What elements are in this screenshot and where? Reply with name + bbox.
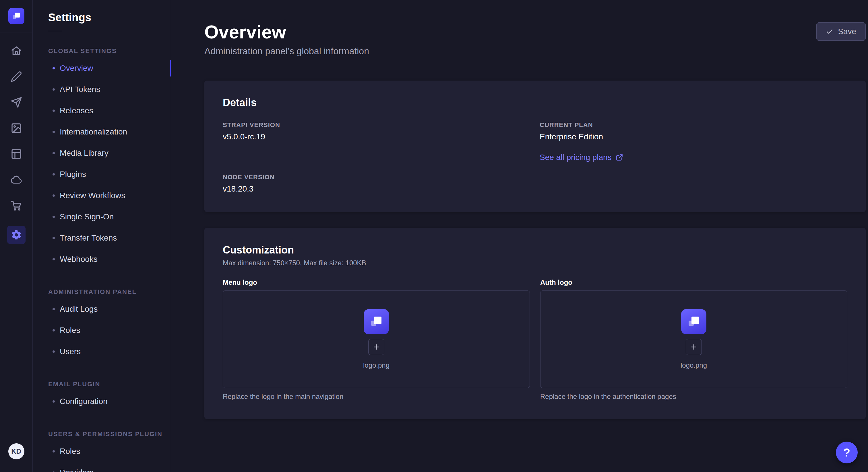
auth-logo-helper: Replace the logo in the authentication p… — [540, 393, 847, 401]
media-library-icon — [11, 123, 22, 134]
menu-logo-helper: Replace the logo in the main navigation — [223, 393, 530, 401]
settings-gear-icon — [11, 229, 22, 241]
subnav-title-divider — [48, 31, 62, 31]
page-header: Overview Administration panel’s global i… — [205, 19, 866, 57]
node-version-field: NODE VERSION v18.20.3 — [223, 173, 530, 194]
user-avatar[interactable]: KD — [8, 443, 24, 460]
strapi-logo-icon — [12, 11, 21, 21]
settings-nav-item-transfer-tokens[interactable]: Transfer Tokens — [33, 227, 171, 248]
check-icon — [826, 28, 833, 35]
bullet-icon — [53, 308, 55, 310]
settings-nav-item-admin-users[interactable]: Users — [33, 341, 171, 362]
strapi-version-value: v5.0.0-rc.19 — [223, 132, 530, 141]
app-logo-button[interactable] — [8, 8, 24, 24]
current-plan-value: Enterprise Edition — [539, 132, 847, 141]
bullet-icon — [53, 194, 55, 197]
bullet-icon — [53, 131, 55, 133]
plus-icon — [690, 343, 698, 351]
settings-nav-item-webhooks[interactable]: Webhooks — [33, 248, 171, 270]
bullet-icon — [53, 350, 55, 353]
subnav-title: Settings — [48, 11, 171, 24]
current-plan-field: CURRENT PLAN Enterprise Edition — [539, 121, 847, 141]
plus-icon — [372, 343, 380, 351]
customization-card-title: Customization — [223, 244, 847, 256]
question-mark-icon: ? — [843, 446, 850, 459]
bullet-icon — [53, 237, 55, 239]
settings-nav-item-email-configuration[interactable]: Configuration — [33, 391, 171, 412]
auth-logo-section: Auth logo logo.png Replace the logo in t… — [540, 278, 847, 401]
cloud-icon — [11, 174, 22, 186]
rail-item-media-library[interactable] — [11, 123, 22, 134]
settings-nav-item-admin-roles[interactable]: Roles — [33, 320, 171, 341]
strapi-version-label: STRAPI VERSION — [223, 121, 530, 129]
home-icon — [11, 45, 22, 57]
menu-logo-label: Menu logo — [223, 278, 530, 286]
main-content: Overview Administration panel’s global i… — [171, 0, 868, 472]
bullet-icon — [53, 88, 55, 91]
node-version-label: NODE VERSION — [223, 173, 530, 181]
bullet-icon — [53, 258, 55, 260]
pricing-plans-link[interactable]: See all pricing plans — [539, 153, 623, 162]
strapi-logo-icon — [369, 315, 383, 329]
settings-nav-item-review-workflows[interactable]: Review Workflows — [33, 185, 171, 206]
content-type-builder-layout-icon — [11, 148, 22, 160]
menu-logo-preview — [364, 309, 389, 334]
bullet-icon — [53, 216, 55, 218]
releases-paper-plane-icon — [11, 97, 22, 108]
bullet-icon — [53, 400, 55, 403]
customization-card-subtitle: Max dimension: 750×750, Max file size: 1… — [223, 259, 847, 267]
current-plan-label: CURRENT PLAN — [539, 121, 847, 129]
settings-nav-item-plugins[interactable]: Plugins — [33, 164, 171, 185]
rail-item-home[interactable] — [11, 45, 22, 57]
bullet-icon — [53, 109, 55, 112]
rail-divider — [0, 32, 33, 32]
content-manager-pen-icon — [11, 71, 22, 82]
strapi-logo-icon — [687, 315, 701, 329]
bullet-icon — [53, 152, 55, 154]
bullet-icon — [53, 450, 55, 452]
rail-item-settings[interactable] — [7, 226, 26, 244]
menu-logo-add-button[interactable] — [368, 339, 384, 355]
rail-item-content-manager[interactable] — [11, 71, 22, 82]
icon-rail: KD — [0, 0, 33, 472]
section-label-email-plugin: EMAIL PLUGIN — [48, 380, 171, 388]
section-label-global-settings: GLOBAL SETTINGS — [48, 47, 171, 55]
save-button[interactable]: Save — [816, 22, 866, 41]
page-title: Overview — [205, 22, 369, 43]
menu-logo-section: Menu logo logo.png Replace the logo in t… — [223, 278, 530, 401]
page-subtitle: Administration panel’s global informatio… — [205, 46, 369, 57]
settings-nav-item-overview[interactable]: Overview — [33, 58, 171, 79]
section-label-users-permissions-plugin: USERS & PERMISSIONS PLUGIN — [48, 430, 171, 438]
settings-nav-item-single-sign-on[interactable]: Single Sign-On — [33, 206, 171, 227]
auth-logo-add-button[interactable] — [686, 339, 702, 355]
menu-logo-dropzone: logo.png — [223, 291, 530, 388]
settings-nav-item-api-tokens[interactable]: API Tokens — [33, 79, 171, 100]
rail-item-marketplace[interactable] — [11, 200, 22, 211]
menu-logo-filename: logo.png — [363, 361, 390, 369]
bullet-icon — [53, 67, 55, 69]
bullet-icon — [53, 329, 55, 332]
auth-logo-filename: logo.png — [681, 361, 707, 369]
settings-nav-item-up-providers[interactable]: Providers — [33, 462, 171, 472]
rail-item-cloud[interactable] — [11, 174, 22, 186]
pricing-plans-link-label: See all pricing plans — [539, 153, 612, 162]
node-version-value: v18.20.3 — [223, 184, 530, 194]
strapi-version-field: STRAPI VERSION v5.0.0-rc.19 — [223, 121, 530, 141]
rail-item-content-type-builder[interactable] — [11, 148, 22, 160]
settings-nav-item-audit-logs[interactable]: Audit Logs — [33, 299, 171, 320]
details-card-title: Details — [223, 97, 847, 109]
settings-nav-item-up-roles[interactable]: Roles — [33, 441, 171, 462]
help-button[interactable]: ? — [836, 442, 858, 463]
auth-logo-dropzone: logo.png — [540, 291, 847, 388]
auth-logo-preview — [681, 309, 706, 334]
settings-subnav: Settings GLOBAL SETTINGS Overview API To… — [33, 0, 171, 472]
save-button-label: Save — [838, 27, 856, 36]
settings-nav-item-internationalization[interactable]: Internationalization — [33, 121, 171, 142]
external-link-icon — [616, 154, 623, 161]
auth-logo-label: Auth logo — [540, 278, 847, 286]
details-card: Details STRAPI VERSION v5.0.0-rc.19 NODE… — [205, 80, 866, 212]
rail-item-releases[interactable] — [11, 97, 22, 108]
settings-nav-item-media-library[interactable]: Media Library — [33, 142, 171, 164]
settings-nav-item-releases[interactable]: Releases — [33, 100, 171, 121]
customization-card: Customization Max dimension: 750×750, Ma… — [205, 228, 866, 419]
